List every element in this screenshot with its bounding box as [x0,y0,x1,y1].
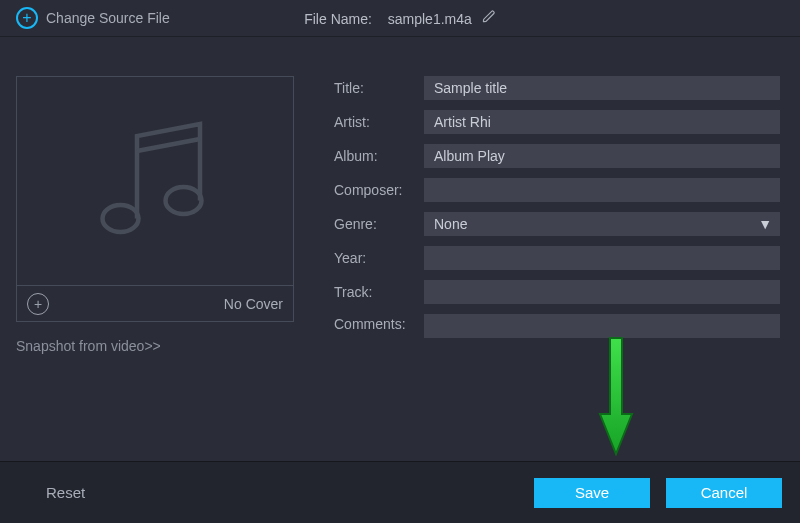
album-label: Album: [334,148,424,164]
no-cover-label: No Cover [224,296,283,312]
plus-circle-icon: + [16,7,38,29]
genre-label: Genre: [334,216,424,232]
year-input[interactable] [424,246,780,270]
svg-point-0 [103,205,139,232]
year-label: Year: [334,250,424,266]
reset-button[interactable]: Reset [18,476,113,509]
add-cover-button[interactable]: + [27,293,49,315]
track-input[interactable] [424,280,780,304]
genre-select[interactable]: ▼ [424,212,780,236]
track-label: Track: [334,284,424,300]
composer-label: Composer: [334,182,424,198]
change-source-file-button[interactable]: + Change Source File [16,7,170,29]
music-note-icon [80,106,230,256]
comments-label: Comments: [334,314,424,332]
cover-art-box: + No Cover [16,76,294,322]
cover-art-placeholder [17,77,293,285]
album-input[interactable] [424,144,780,168]
file-name-display: File Name: sample1.m4a [304,10,496,27]
edit-filename-icon[interactable] [482,10,496,27]
svg-point-1 [166,187,202,214]
metadata-form: Title: Artist: Album: Composer: Genre: ▼… [334,76,784,461]
snapshot-from-video-link[interactable]: Snapshot from video>> [16,338,294,354]
change-source-file-label: Change Source File [46,10,170,26]
title-input[interactable] [424,76,780,100]
artist-label: Artist: [334,114,424,130]
genre-value[interactable] [424,212,780,236]
title-label: Title: [334,80,424,96]
composer-input[interactable] [424,178,780,202]
artist-input[interactable] [424,110,780,134]
save-button[interactable]: Save [534,478,650,508]
file-name-label: File Name: [304,10,372,26]
file-name-value: sample1.m4a [388,10,472,26]
comments-input[interactable] [424,314,780,338]
cancel-button[interactable]: Cancel [666,478,782,508]
